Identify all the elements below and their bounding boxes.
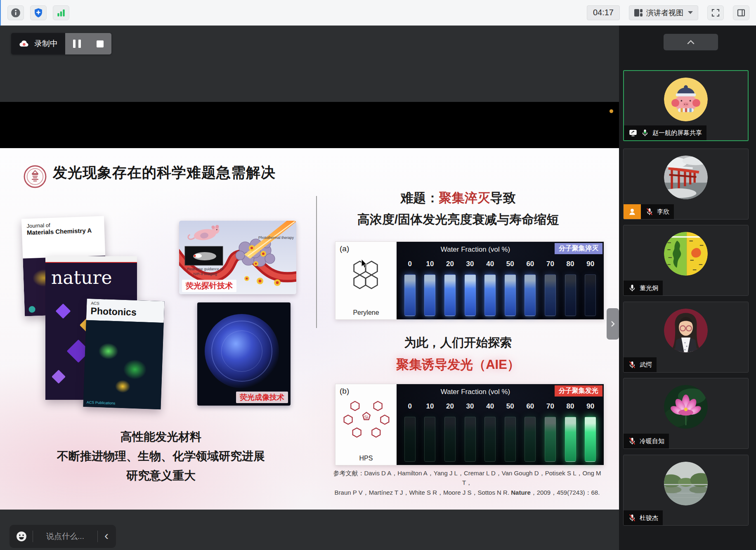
letterbox-band bbox=[0, 102, 619, 148]
participant-name: 杜骏杰 bbox=[640, 514, 658, 522]
security-button[interactable] bbox=[30, 5, 47, 20]
imaging-label: 荧光成像技术 bbox=[236, 392, 288, 403]
view-mode-label: 演讲者视图 bbox=[646, 8, 683, 18]
tick-label: 70 bbox=[540, 402, 560, 411]
tick-label: 10 bbox=[420, 402, 440, 411]
tick-label: 60 bbox=[520, 402, 541, 411]
chat-input[interactable]: 说点什么... bbox=[38, 531, 92, 542]
cuvette bbox=[500, 273, 520, 316]
info-icon bbox=[10, 7, 21, 18]
tick-label: 50 bbox=[500, 402, 520, 411]
aie-line1: 为此，人们开始探索 bbox=[333, 335, 584, 351]
figure-b-axis-title: Water Fraction (vol %) bbox=[397, 388, 554, 396]
info-button[interactable] bbox=[7, 5, 24, 20]
cuvette bbox=[440, 415, 460, 462]
cuvette bbox=[480, 273, 500, 316]
cuvette bbox=[460, 273, 480, 316]
university-seal-logo bbox=[23, 165, 47, 189]
side-panel-toggle-button[interactable] bbox=[733, 5, 749, 20]
fullscreen-button[interactable] bbox=[707, 5, 724, 20]
top-toolbar: 04:17 演讲者视图 bbox=[0, 0, 756, 26]
participant-tile[interactable]: 冷暖自知 bbox=[623, 378, 749, 449]
avatar-infographic bbox=[664, 232, 708, 276]
side-panel-icon bbox=[736, 8, 746, 18]
cuvette bbox=[520, 273, 541, 316]
problem-prefix: 难题： bbox=[401, 191, 439, 205]
cuvette bbox=[520, 415, 541, 462]
figure-a-vials bbox=[400, 273, 600, 316]
cuvette bbox=[580, 415, 600, 462]
tick-label: 10 bbox=[420, 260, 440, 268]
journal-cover-acs-photonics: ACS Photonics ACS Publications bbox=[83, 299, 164, 409]
participant-tile[interactable]: 李欣 bbox=[623, 149, 749, 220]
molecule-name-a: Perylene bbox=[335, 309, 397, 316]
participant-tile[interactable]: 董光炯 bbox=[623, 225, 749, 296]
host-badge-icon bbox=[624, 204, 641, 219]
molecule-name-b: HPS bbox=[335, 455, 397, 462]
avatar-cartoon-pig bbox=[664, 78, 708, 121]
cloud-recording-icon bbox=[19, 38, 29, 49]
fluorescent-probe-image: Photothermal therapy Real-time guidance … bbox=[179, 221, 296, 294]
avatar-portrait bbox=[664, 309, 708, 352]
pause-recording-button[interactable] bbox=[65, 33, 88, 54]
chat-input-bar: 说点什么... ‹ bbox=[9, 525, 116, 548]
cuvette bbox=[500, 415, 520, 462]
participant-tile-screen-share[interactable]: 赵一航的屏幕共享 bbox=[623, 70, 749, 141]
mouse-cursor bbox=[361, 259, 369, 269]
tick-label: 20 bbox=[440, 402, 460, 411]
participant-name: 赵一航的屏幕共享 bbox=[652, 129, 702, 137]
participant-name: 李欣 bbox=[657, 208, 669, 216]
sidebar-collapse-handle[interactable] bbox=[607, 308, 619, 340]
avatar-lake bbox=[664, 462, 708, 505]
references: 参考文献：Davis D A，Hamilton A，Yang J L，Crema… bbox=[328, 468, 606, 497]
cuvette bbox=[480, 415, 500, 462]
chevron-left-icon[interactable]: ‹ bbox=[103, 529, 110, 543]
cuvette bbox=[580, 273, 600, 316]
pause-icon bbox=[73, 40, 81, 48]
aie-intro: 为此，人们开始探索 聚集诱导发光（AIE） bbox=[333, 335, 584, 373]
mic-active-icon bbox=[641, 129, 649, 137]
problem-statement: 难题：聚集淬灭导致 高浓度/固体发光亮度衰减与寿命缩短 bbox=[333, 189, 584, 228]
recording-label: 录制中 bbox=[34, 38, 58, 49]
stop-recording-button[interactable] bbox=[88, 33, 111, 54]
shield-plus-icon bbox=[33, 7, 44, 18]
problem-suffix: 导致 bbox=[490, 191, 516, 205]
figure-a-axis-title: Water Fraction (vol %) bbox=[397, 245, 554, 254]
tick-label: 60 bbox=[520, 260, 541, 268]
cuvette bbox=[540, 415, 560, 462]
figure-a-ticks: 0102030405060708090 bbox=[400, 260, 600, 268]
tick-label: 30 bbox=[460, 260, 480, 268]
signal-bars-icon bbox=[56, 7, 66, 18]
presentation-slide: 发光现象存在的科学难题急需解决 难题：聚集淬灭导致 高浓度/固体发光亮度衰减与寿… bbox=[0, 148, 619, 510]
hps-structure: Si bbox=[341, 395, 392, 443]
participant-tile[interactable]: 武愕 bbox=[623, 302, 749, 373]
emoji-icon[interactable] bbox=[15, 530, 28, 543]
column-divider bbox=[316, 196, 317, 328]
figure-b-label: (b) bbox=[340, 387, 349, 396]
participant-name: 董光炯 bbox=[640, 284, 658, 292]
tick-label: 80 bbox=[560, 402, 581, 411]
figure-a-label: (a) bbox=[340, 244, 349, 253]
screen-share-icon bbox=[628, 128, 638, 137]
tick-label: 20 bbox=[440, 260, 460, 268]
mic-muted-icon bbox=[645, 208, 654, 216]
cuvette bbox=[420, 273, 440, 316]
cuvette bbox=[460, 415, 480, 462]
tick-label: 40 bbox=[480, 402, 500, 411]
cuvette bbox=[420, 415, 440, 462]
slide-title: 发光现象存在的科学难题急需解决 bbox=[53, 163, 276, 182]
tick-label: 80 bbox=[560, 260, 581, 268]
figure-b-vials bbox=[400, 415, 600, 462]
figure-a: (a) Perylene Water Fraction (vol %) 分子聚集… bbox=[335, 241, 604, 320]
tick-label: 50 bbox=[500, 260, 520, 268]
view-mode-selector[interactable]: 演讲者视图 bbox=[629, 5, 698, 20]
participant-tile[interactable]: 杜骏杰 bbox=[623, 455, 749, 526]
tick-label: 0 bbox=[400, 260, 420, 268]
stop-icon bbox=[97, 40, 104, 47]
tick-label: 0 bbox=[400, 402, 420, 411]
summary-text: 高性能发光材料 不断推进物理、生物、化学领域研究进展 研究意义重大 bbox=[25, 427, 297, 485]
collapse-sidebar-button[interactable] bbox=[664, 34, 718, 50]
tick-label: 40 bbox=[480, 260, 500, 268]
window-edge-accent bbox=[0, 0, 1, 26]
network-stats-button[interactable] bbox=[53, 5, 69, 20]
